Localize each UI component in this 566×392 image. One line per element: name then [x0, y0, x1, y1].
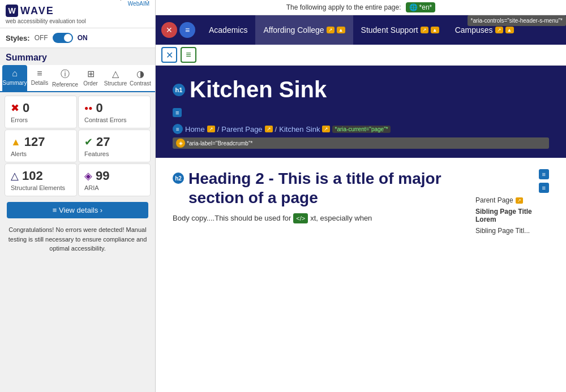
- metric-structural: △ 102 Structural Elements: [5, 163, 77, 196]
- contrast-error-icon: ●●: [84, 104, 93, 112]
- bc-sep1: /: [217, 125, 220, 133]
- feature-label: Features: [84, 150, 109, 157]
- bc-home[interactable]: Home: [185, 125, 205, 133]
- bc-nav-icon: ≡: [173, 124, 183, 134]
- metric-contrast: ●● 0 Contrast Errors: [78, 96, 151, 128]
- bc-label-badge: ◈ *aria-label="Breadcrumb"*: [173, 137, 549, 149]
- bc-parent-badge: ↗: [265, 126, 273, 132]
- aria-tooltip: *aria-controls="site-header-s-menu"*: [468, 15, 566, 26]
- structural-icon: △: [11, 170, 19, 182]
- metric-features: ✔ 27 Features: [78, 130, 151, 162]
- affording-college-alert-badge: ▲: [337, 27, 345, 33]
- aria-label: ARIA: [84, 184, 99, 191]
- campuses-alert-badge: ▲: [505, 27, 514, 33]
- feature-icon: ✔: [84, 136, 93, 148]
- styles-toggle[interactable]: [53, 33, 73, 43]
- structural-label: Structural Elements: [11, 184, 65, 191]
- body-right: ≡ ≡ Parent Page ↗ Sibling Page Title Lor…: [475, 169, 549, 381]
- body-left: h2 Heading 2 - This is a title of major …: [173, 169, 464, 381]
- secondary-list-icon[interactable]: ≡: [181, 47, 196, 63]
- alert-icon: ▲: [11, 136, 21, 148]
- metrics-grid: ✖ 0 Errors ●● 0 Contrast Errors ▲ 127 Al…: [0, 92, 155, 200]
- applies-text: The following apply to the entire page:: [286, 3, 401, 11]
- body-copy-end: xt, especially when: [310, 213, 372, 224]
- styles-on-label: ON: [78, 34, 88, 42]
- tab-structure[interactable]: △ Structure: [103, 65, 128, 91]
- alert-count: 127: [24, 135, 45, 149]
- wave-subtitle: web accessibility evaluation tool: [6, 18, 149, 24]
- struct-icon: ≡: [173, 108, 182, 117]
- tab-order[interactable]: ⊞ Order: [78, 65, 103, 91]
- tab-summary[interactable]: ⌂ Summary: [2, 65, 27, 91]
- details-icon: ≡: [37, 68, 42, 79]
- right-parent-page: Parent Page ↗: [475, 196, 549, 204]
- globe-icon: 🌐: [409, 3, 418, 11]
- content-area: The following apply to the entire page: …: [156, 0, 566, 392]
- body-content: h2 Heading 2 - This is a title of major …: [156, 158, 566, 392]
- right-sibling2-label: Sibling Page Titl...: [475, 227, 530, 235]
- bc-label-icon: ◈: [176, 139, 185, 148]
- h2-badge: h2: [173, 173, 184, 184]
- view-details-button[interactable]: ≡ View details ›: [7, 202, 148, 218]
- order-icon: ⊞: [87, 68, 95, 79]
- error-label: Errors: [11, 117, 28, 123]
- styles-label: Styles:: [6, 34, 30, 42]
- webaim-link[interactable]: WebAIM: [128, 1, 149, 7]
- nav-icons-left: ✕ ≡: [161, 22, 195, 38]
- tab-contrast[interactable]: ◑ Contrast: [128, 65, 153, 91]
- bc-parent-page[interactable]: Parent Page: [221, 125, 262, 133]
- reference-icon: ⓘ: [61, 68, 70, 80]
- tab-reference[interactable]: ⓘ Reference: [52, 65, 78, 91]
- x-icon: ✕: [166, 50, 173, 61]
- structure-icon: △: [112, 68, 119, 79]
- aria-icon: ◈: [84, 170, 92, 182]
- powered-by: powered by WebAIM: [120, 0, 149, 7]
- metric-alerts: ▲ 127 Alerts: [5, 130, 77, 162]
- bc-aria-label: *aria-label="Breadcrumb"*: [187, 140, 252, 147]
- top-bar: The following apply to the entire page: …: [156, 0, 566, 15]
- hero-title-row: h1 Kitchen Sink: [173, 77, 549, 102]
- h2-heading: Heading 2 - This is a title of major sec…: [188, 169, 464, 207]
- bc-sep2: /: [275, 125, 277, 133]
- right-sibling-title: Sibling Page Title Lorem: [475, 208, 549, 223]
- hero-section: h1 Kitchen Sink ≡ ≡ Home ↗ / Parent Page…: [156, 66, 566, 158]
- bc-aria-current: *aria-current="page"*: [332, 126, 390, 133]
- nav-academics[interactable]: Academics: [201, 15, 255, 45]
- main-nav-bar: ✕ ≡ Academics Affording College ↗ ▲ Stud…: [156, 15, 566, 45]
- toggle-knob: [64, 34, 72, 42]
- student-support-alert-badge: ▲: [431, 27, 439, 33]
- secondary-nav: ✕ ≡: [156, 45, 566, 66]
- contrast-label: Contrast Errors: [84, 117, 127, 123]
- lang-code: *en*: [419, 3, 432, 11]
- styles-row: Styles: OFF ON: [0, 28, 155, 48]
- structural-count: 102: [22, 169, 43, 183]
- styles-off-label: OFF: [35, 34, 48, 42]
- right-sibling2: Sibling Page Titl...: [475, 227, 549, 235]
- nav-affording-college[interactable]: Affording College ↗ ▲: [255, 15, 353, 45]
- wave-logo: W WAVE: [6, 5, 54, 17]
- wave-header: W WAVE powered by WebAIM web accessibili…: [0, 0, 155, 28]
- secondary-close-icon[interactable]: ✕: [161, 47, 177, 63]
- summary-heading: Summary: [0, 48, 155, 65]
- nav-tabs: ⌂ Summary ≡ Details ⓘ Reference ⊞ Order …: [0, 65, 155, 92]
- contrast-count: 0: [96, 101, 103, 115]
- breadcrumb: ≡ Home ↗ / Parent Page ↗ / Kitchen Sink …: [173, 124, 549, 134]
- bc-home-badge: ↗: [207, 126, 215, 132]
- tab-details[interactable]: ≡ Details: [27, 65, 52, 91]
- contrast-icon: ◑: [136, 68, 144, 79]
- wave-w-icon: W: [6, 5, 18, 17]
- h1-badge: h1: [173, 84, 185, 96]
- right-parent-label: Parent Page: [475, 196, 513, 204]
- bc-kitchen-sink[interactable]: Kitchen Sink: [279, 125, 320, 133]
- feature-count: 27: [96, 135, 110, 149]
- student-support-badge: ↗: [421, 27, 428, 33]
- error-count: 0: [23, 101, 29, 115]
- aria-count: 99: [96, 169, 109, 183]
- nav-student-support[interactable]: Student Support ↗ ▲: [353, 15, 447, 45]
- close-nav-icon[interactable]: ✕: [161, 22, 177, 38]
- menu-nav-icon[interactable]: ≡: [179, 22, 195, 38]
- hero-title: Kitchen Sink: [190, 77, 327, 102]
- affording-college-badge: ↗: [327, 27, 335, 33]
- code-badge: </>: [293, 213, 308, 224]
- right-parent-badge: ↗: [516, 197, 523, 204]
